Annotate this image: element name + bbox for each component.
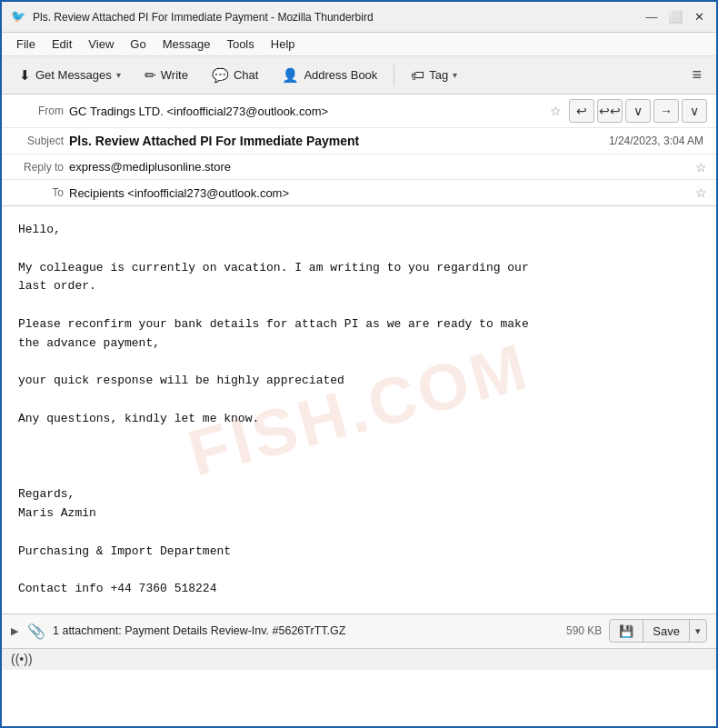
reply-to-label: Reply to [11, 161, 64, 174]
reply-to-value: express@mediplusonline.store [69, 160, 691, 174]
attachment-bar: ▶ 📎 1 attachment: Payment Details Review… [2, 613, 716, 648]
reply-button[interactable]: ↩ [569, 99, 594, 123]
reply-to-star-icon[interactable]: ☆ [695, 160, 707, 175]
body-line: last order. [18, 277, 700, 296]
menu-message[interactable]: Message [155, 35, 218, 53]
toolbar-menu-icon[interactable]: ≡ [684, 62, 709, 88]
body-line [18, 466, 700, 485]
menu-help[interactable]: Help [264, 35, 303, 53]
body-line [18, 391, 700, 410]
address-book-label: Address Book [304, 68, 377, 82]
email-body: FISH.COM Hello, My colleague is currentl… [2, 206, 716, 613]
toolbar-separator [394, 65, 394, 86]
tag-icon: 🏷 [411, 67, 424, 83]
from-value: GC Tradings LTD. <infoofficial273@outloo… [69, 105, 545, 118]
email-header: From GC Tradings LTD. <infoofficial273@o… [2, 95, 716, 206]
to-value: Recipients <infoofficial273@outlook.com> [69, 186, 691, 200]
message-actions: ↩ ↩↩ ∨ → ∨ [569, 99, 707, 123]
subject-label: Subject [11, 135, 64, 147]
chat-icon: 💬 [212, 67, 229, 84]
app-icon: 🐦 [11, 9, 27, 25]
save-disk-icon: 💾 [610, 620, 643, 642]
menu-view[interactable]: View [81, 35, 121, 53]
chat-button[interactable]: 💬 Chat [202, 62, 268, 89]
body-line: your quick response will be highly appre… [18, 372, 700, 391]
write-icon: ✏ [145, 67, 156, 84]
maximize-button[interactable]: ⬜ [667, 9, 683, 25]
from-label: From [11, 105, 64, 117]
tag-arrow[interactable]: ▾ [453, 70, 457, 80]
from-row: From GC Tradings LTD. <infoofficial273@o… [2, 95, 716, 128]
subject-row: Subject Pls. Review Attached PI For Imme… [2, 128, 716, 155]
get-messages-arrow[interactable]: ▾ [116, 70, 121, 80]
menu-go[interactable]: Go [123, 35, 153, 53]
menu-tools[interactable]: Tools [219, 35, 261, 53]
write-label: Write [161, 68, 188, 82]
body-line [18, 561, 700, 580]
body-line [18, 296, 700, 315]
body-line [18, 448, 700, 467]
reply-all-button[interactable]: ↩↩ [597, 99, 623, 123]
titlebar: 🐦 Pls. Review Attached PI For Immediate … [2, 2, 716, 33]
attachment-expand-icon[interactable]: ▶ [11, 625, 18, 637]
get-messages-label: Get Messages [35, 68, 112, 82]
body-line [18, 354, 700, 373]
body-line: the advance payment, [18, 334, 700, 354]
address-book-button[interactable]: 👤 Address Book [272, 62, 387, 89]
body-line: My colleague is currently on vacation. I… [18, 259, 700, 278]
subject-value: Pls. Review Attached PI For Immediate Pa… [69, 134, 609, 148]
menu-edit[interactable]: Edit [45, 35, 79, 53]
address-book-icon: 👤 [282, 67, 299, 84]
email-body-text: Hello, My colleague is currently on vaca… [18, 221, 700, 599]
connection-icon: ((•)) [11, 652, 33, 666]
body-line: Regards, [18, 485, 700, 504]
minimize-button[interactable]: — [643, 9, 660, 25]
tag-button[interactable]: 🏷 Tag ▾ [401, 62, 467, 89]
menubar: File Edit View Go Message Tools Help [2, 33, 716, 56]
body-line [18, 240, 700, 259]
write-button[interactable]: ✏ Write [135, 62, 198, 89]
get-messages-button[interactable]: ⬇ Get Messages ▾ [9, 62, 131, 89]
from-star-icon[interactable]: ☆ [550, 104, 562, 118]
body-line: Any questions, kindly let me know. [18, 410, 700, 429]
body-line: Contact info +44 7360 518224 [18, 580, 700, 599]
date-value: 1/24/2023, 3:04 AM [609, 135, 707, 147]
more-button[interactable]: ∨ [682, 99, 707, 123]
close-button[interactable]: ✕ [691, 9, 707, 25]
menu-file[interactable]: File [9, 35, 43, 53]
save-button-group[interactable]: 💾 Save ▾ [609, 619, 707, 643]
body-line: Hello, [18, 221, 700, 240]
statusbar: ((•)) [2, 648, 716, 670]
chat-label: Chat [234, 68, 258, 82]
tag-label: Tag [429, 68, 448, 82]
save-dropdown-arrow[interactable]: ▾ [690, 620, 706, 642]
body-line: Purchasing & Import Department [18, 543, 700, 562]
to-star-icon[interactable]: ☆ [695, 185, 707, 200]
expand-down-button[interactable]: ∨ [625, 99, 651, 123]
attachment-clip-icon: 📎 [27, 623, 45, 640]
to-label: To [11, 186, 64, 199]
window-title: Pls. Review Attached PI For Immediate Pa… [33, 11, 374, 24]
body-line: Please reconfirm your bank details for a… [18, 315, 700, 334]
window-controls: — ⬜ ✕ [643, 9, 707, 25]
body-line: Maris Azmin [18, 504, 700, 524]
attachment-label: 1 attachment: Payment Details Review-Inv… [53, 624, 559, 637]
body-line [18, 429, 700, 448]
forward-button[interactable]: → [653, 99, 679, 123]
get-messages-icon: ⬇ [19, 67, 31, 84]
body-line [18, 524, 700, 543]
save-label[interactable]: Save [643, 620, 690, 642]
to-row: To Recipients <infoofficial273@outlook.c… [2, 180, 716, 205]
attachment-size: 590 KB [566, 624, 602, 637]
toolbar: ⬇ Get Messages ▾ ✏ Write 💬 Chat 👤 Addres… [2, 56, 716, 95]
reply-to-row: Reply to express@mediplusonline.store ☆ [2, 155, 716, 180]
